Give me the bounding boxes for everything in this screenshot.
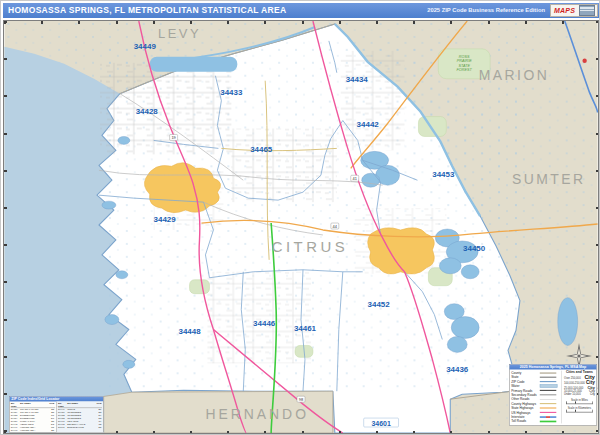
county-highway-swatch — [540, 403, 557, 404]
zip-label-34448: 34448 — [178, 327, 201, 336]
publisher-logo-icon — [579, 5, 595, 16]
zip-label-34465: 34465 — [250, 145, 273, 154]
other-road-swatch — [540, 399, 557, 400]
zip-index-column-right: ZIP CodeZIP NameGrid 34449INGLISB1 34450… — [56, 402, 103, 433]
zip-index-row: 34448HOMOSASSAB5 — [11, 429, 56, 432]
state-highway-swatch — [540, 407, 557, 408]
zip-index-column-left: ZIP CodeZIP NameGrid 34428CRYSTAL RIVERB… — [10, 402, 57, 433]
primary-road-swatch — [540, 390, 557, 391]
publisher-logo: MAPS — [550, 4, 598, 17]
legend-title: 2025 Homosassa Springs, FL MSA Map — [510, 365, 597, 370]
route-shield-98: 98 — [299, 397, 304, 402]
route-shield-19: 19 — [171, 135, 176, 140]
zip-label-34446: 34446 — [253, 319, 276, 328]
edition-label: 2025 ZIP Code Business Reference Edition — [427, 3, 545, 18]
scale-bar-miles: Scale in Miles — [564, 398, 595, 404]
legend-symbol-list: County State ZIP Code Water Primary Road… — [511, 371, 559, 424]
zip-label-34436: 34436 — [446, 365, 469, 374]
zip-label-34433: 34433 — [220, 88, 243, 97]
zip-label-34429: 34429 — [154, 215, 177, 224]
svg-text:PRAIRIE: PRAIRIE — [457, 59, 473, 63]
page-title: HOMOSASSA SPRINGS, FL METROPOLITAN STATI… — [8, 3, 286, 18]
zip-label-34442: 34442 — [357, 120, 380, 129]
water-swatch — [540, 384, 558, 387]
map-canvas[interactable]: 19 44 41 98 LEVY MARION SUMTER CITRUS HE… — [3, 20, 599, 434]
zip-label-34450: 34450 — [463, 244, 486, 253]
zip-line-swatch — [540, 381, 557, 382]
city-size-row: Under 10,000City — [564, 393, 595, 396]
legend-item-water: Water — [511, 384, 559, 388]
route-shield-41: 41 — [353, 176, 358, 181]
legend-item-toll-roads: Toll Roads — [511, 419, 559, 423]
zip-label-34434: 34434 — [346, 75, 369, 84]
secondary-road-swatch — [540, 394, 557, 395]
county-label-levy: LEVY — [158, 26, 201, 41]
zip-label-34453: 34453 — [432, 170, 455, 179]
county-label-hernando: HERNANDO — [205, 406, 309, 422]
county-line-swatch — [540, 372, 557, 374]
zip-label-34452: 34452 — [368, 300, 391, 309]
legend-panel: 2025 Homosassa Springs, FL MSA Map Count… — [509, 364, 597, 432]
legend-cities-column: Cities and Towns Over 250,000City 100,00… — [561, 371, 595, 424]
map-page: HOMOSASSA SPRINGS, FL METROPOLITAN STATI… — [0, 0, 600, 435]
state-line-swatch — [540, 377, 557, 378]
us-highway-swatch — [540, 412, 557, 413]
svg-text:ROSS: ROSS — [459, 55, 470, 59]
svg-text:STATE: STATE — [458, 64, 470, 68]
zip-label-34428: 34428 — [136, 107, 159, 116]
interstate-swatch — [540, 416, 557, 418]
svg-text:FOREST: FOREST — [457, 68, 473, 72]
scale-bar-kilometers: Scale in Kilometers — [564, 406, 595, 412]
route-shield-44: 44 — [333, 224, 338, 229]
zip-index-row: 34601BROOKSVILLED5 — [58, 426, 102, 429]
zip-label-34601: 34601 — [371, 420, 390, 427]
toll-road-swatch — [540, 420, 557, 422]
map-title-bar: HOMOSASSA SPRINGS, FL METROPOLITAN STATI… — [3, 3, 599, 18]
zip-label-34461: 34461 — [294, 324, 317, 333]
county-label-sumter: SUMTER — [512, 171, 586, 187]
county-label-marion: MARION — [479, 67, 550, 83]
publisher-logo-text: MAPS — [554, 7, 575, 14]
county-label-citrus: CITRUS — [272, 238, 348, 255]
zip-label-34449: 34449 — [134, 42, 157, 51]
zip-index-panel: ZIP Code Index/Grid Locator ZIP CodeZIP … — [9, 396, 103, 430]
